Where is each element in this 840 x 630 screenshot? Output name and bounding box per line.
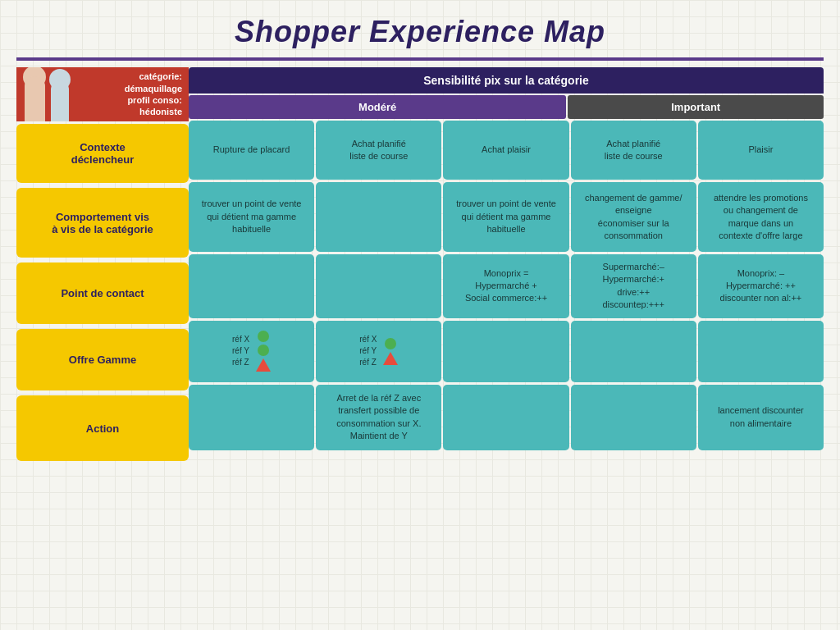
row-label-4: Action [16, 395, 189, 461]
cell-1-4: attendre les promotions ou changement de… [698, 182, 824, 252]
cell-3-1: réf X réf Y réf Z [316, 321, 441, 382]
cell-4-3 [571, 385, 696, 450]
sensitivity-header: Sensibilité pix sur la catégorie [189, 67, 824, 94]
row-label-0: Contexte déclencheur [16, 124, 189, 183]
red-triangle-3-0 [256, 358, 271, 372]
cell-4-2 [443, 385, 568, 450]
cell-0-1: Achat planifié liste de course [316, 121, 441, 180]
cell-2-1 [316, 254, 441, 318]
data-row-2: Monoprix = Hypermarché + Social commerce… [189, 254, 824, 318]
category-line3: profil conso: [89, 94, 182, 106]
cell-1-0: trouver un point de vente qui détient ma… [189, 182, 314, 252]
cell-0-0: Rupture de placard [189, 121, 314, 180]
cell-0-3: Achat planifié liste de course [571, 121, 696, 180]
cell-1-2: trouver un point de vente qui détient ma… [443, 182, 568, 252]
row-label-2: Point de contact [16, 262, 189, 324]
category-line2: démaquillage [89, 83, 182, 94]
cell-3-3 [571, 321, 696, 382]
row-label-3: Offre Gamme [16, 329, 189, 390]
grid-area: Sensibilité pix sur la catégorie Modéré … [189, 67, 824, 463]
cell-2-4: Monoprix: – Hypermarché: ++ discounter n… [698, 254, 824, 318]
category-line1: catégorie: [89, 71, 182, 82]
data-rows-container: Rupture de placardAchat planifié liste d… [189, 121, 824, 453]
important-header: Important [568, 95, 824, 119]
red-triangle-3-1 [383, 352, 398, 365]
cell-2-2: Monoprix = Hypermarché + Social commerce… [443, 254, 568, 318]
data-row-1: trouver un point de vente qui détient ma… [189, 182, 824, 252]
cell-3-4 [698, 321, 824, 382]
cell-0-4: Plaisir [698, 121, 824, 180]
map-container: catégorie: démaquillage profil conso: hé… [16, 67, 824, 463]
sub-headers: Modéré Important [189, 95, 824, 119]
cell-4-1: Arret de la réf Z avec transfert possibl… [316, 385, 441, 450]
cell-2-3: Supermarché:– Hypermarché:+ drive:++ dis… [571, 254, 696, 318]
page-title: Shopper Experience Map [0, 0, 840, 57]
cell-3-2 [443, 321, 568, 382]
cell-3-0: réf X réf Y réf Z [189, 321, 314, 382]
moderate-header: Modéré [189, 95, 566, 119]
cell-1-1 [316, 182, 441, 252]
category-labels: catégorie: démaquillage profil conso: hé… [82, 67, 189, 121]
green-circle-3-0-0 [258, 331, 269, 342]
left-header: catégorie: démaquillage profil conso: hé… [16, 67, 189, 463]
data-row-4: Arret de la réf Z avec transfert possibl… [189, 385, 824, 450]
cell-2-0 [189, 254, 314, 318]
data-row-0: Rupture de placardAchat planifié liste d… [189, 121, 824, 180]
image-label-block: catégorie: démaquillage profil conso: hé… [16, 67, 189, 121]
cell-4-4: lancement discounter non alimentaire [698, 385, 824, 450]
green-circle-3-1-0 [385, 338, 396, 349]
cell-4-0 [189, 385, 314, 450]
cell-1-3: changement de gamme/ enseigne économiser… [571, 182, 696, 252]
purple-divider [16, 57, 824, 61]
data-row-3: réf X réf Y réf Zréf X réf Y réf Z [189, 321, 824, 382]
category-line4: hédoniste [89, 106, 182, 117]
green-circle-3-0-1 [258, 345, 269, 356]
person1-body [25, 76, 45, 121]
header-image [16, 67, 82, 121]
person2-body [51, 80, 69, 121]
row-label-1: Comportement vis à vis de la catégorie [16, 188, 189, 258]
cell-0-2: Achat plaisir [443, 121, 568, 180]
